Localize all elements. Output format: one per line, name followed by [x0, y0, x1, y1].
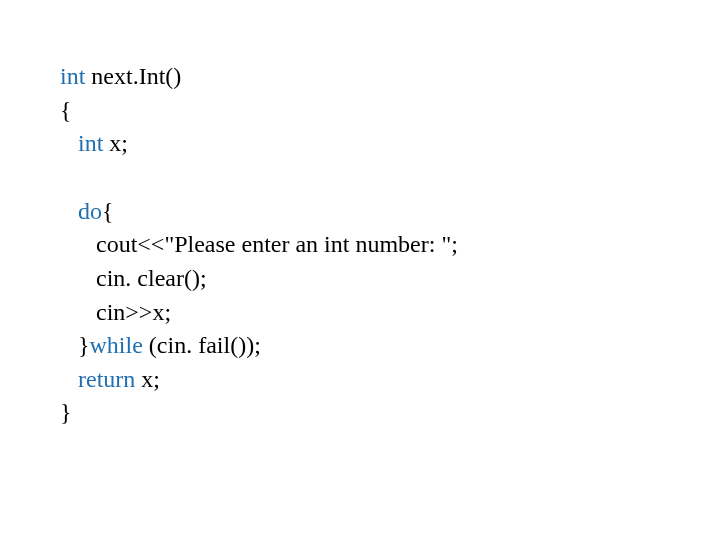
keyword-int: int	[60, 130, 103, 156]
code-text: cin>>x;	[60, 299, 171, 325]
code-text: next.Int()	[85, 63, 181, 89]
code-text: (cin. fail());	[143, 332, 261, 358]
code-line-2: {	[60, 94, 720, 128]
code-text: cin. clear();	[60, 265, 207, 291]
code-text: }	[60, 332, 90, 358]
keyword-return: return	[60, 366, 135, 392]
code-line-1: int next.Int()	[60, 60, 720, 94]
blank-line	[60, 161, 720, 195]
keyword-int: int	[60, 63, 85, 89]
code-slide: int next.Int() { int x; do{ cout<<"Pleas…	[0, 0, 720, 430]
code-text: x;	[135, 366, 160, 392]
code-text: cout<<"Please enter an int number: ";	[60, 231, 458, 257]
code-text: x;	[103, 130, 128, 156]
code-line-9: return x;	[60, 363, 720, 397]
code-line-10: }	[60, 396, 720, 430]
code-line-4: do{	[60, 195, 720, 229]
code-text: {	[60, 97, 72, 123]
keyword-do: do	[60, 198, 102, 224]
code-line-5: cout<<"Please enter an int number: ";	[60, 228, 720, 262]
code-line-7: cin>>x;	[60, 296, 720, 330]
code-line-3: int x;	[60, 127, 720, 161]
code-line-8: }while (cin. fail());	[60, 329, 720, 363]
code-line-6: cin. clear();	[60, 262, 720, 296]
code-text: }	[60, 399, 72, 425]
keyword-while: while	[90, 332, 143, 358]
code-text: {	[102, 198, 114, 224]
